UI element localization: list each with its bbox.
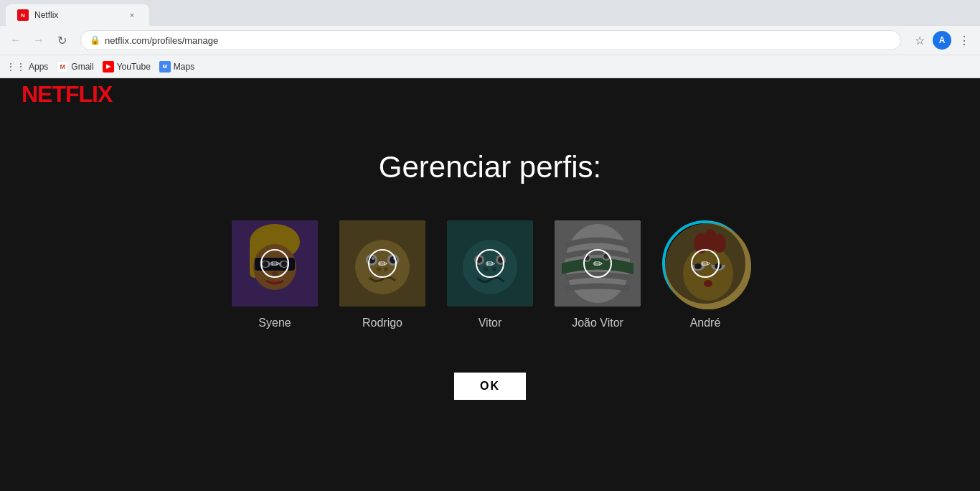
youtube-favicon: ▶	[103, 61, 114, 73]
apps-label: Apps	[29, 62, 48, 72]
maps-label: Maps	[174, 62, 194, 72]
address-bar[interactable]: 🔒 netflix.com/profiles/manage	[80, 30, 901, 50]
edit-overlay-joao: ✏	[555, 220, 641, 307]
browser-chrome: N Netflix × ← → ↻ 🔒 netflix.com/profiles…	[0, 0, 980, 78]
bookmark-star-button[interactable]: ☆	[910, 30, 930, 50]
edit-icon-rodrigo: ✏	[368, 249, 397, 278]
forward-button[interactable]: →	[29, 30, 49, 50]
toolbar: ← → ↻ 🔒 netflix.com/profiles/manage ☆ A …	[0, 26, 980, 55]
tab-title: Netflix	[34, 10, 121, 20]
profile-name-syene: Syene	[258, 317, 291, 329]
profile-item-vitor[interactable]: ✏ Vitor	[447, 220, 533, 329]
profile-name-rodrigo: Rodrigo	[362, 317, 402, 329]
profile-name-joao: João Vitor	[572, 317, 623, 329]
ok-button[interactable]: OK	[454, 373, 526, 400]
bookmarks-bar: ⋮⋮ Apps M Gmail ▶ YouTube M Maps	[0, 55, 980, 78]
manage-profiles-title: Gerenciar perfis:	[379, 150, 601, 184]
reload-button[interactable]: ↻	[52, 30, 72, 50]
bookmark-maps[interactable]: M Maps	[159, 61, 194, 73]
edit-icon-syene: ✏	[260, 249, 289, 278]
edit-icon-andre: ✏	[691, 249, 720, 278]
user-profile-button[interactable]: A	[933, 31, 951, 50]
youtube-label: YouTube	[117, 62, 151, 72]
apps-icon: ⋮⋮	[6, 61, 26, 73]
profile-item-joao-vitor[interactable]: ✏ João Vitor	[555, 220, 641, 329]
profile-avatar-wrapper-vitor: ✏	[447, 220, 533, 307]
profile-avatar-wrapper-rodrigo: ✏	[339, 220, 425, 307]
edit-icon-joao: ✏	[583, 249, 612, 278]
profile-item-rodrigo[interactable]: ✏ Rodrigo	[339, 220, 425, 329]
edit-icon-vitor: ✏	[476, 249, 504, 278]
profile-avatar-wrapper-andre: ✏	[662, 220, 748, 307]
profile-name-andre: André	[690, 317, 721, 329]
tab-bar: N Netflix ×	[0, 0, 980, 26]
profile-item-andre[interactable]: ✏ André	[662, 220, 748, 329]
edit-overlay-andre: ✏	[665, 223, 745, 304]
profiles-container: ✏ Syene	[232, 220, 748, 329]
toolbar-right: ☆ A ⋮	[910, 30, 974, 50]
profile-item-syene[interactable]: ✏ Syene	[232, 220, 318, 329]
url-text: netflix.com/profiles/manage	[105, 35, 218, 46]
back-button[interactable]: ←	[6, 30, 26, 50]
profile-avatar-wrapper-joao: ✏	[555, 220, 641, 307]
gmail-favicon: M	[57, 61, 68, 73]
netflix-page: NETFLIX Gerenciar perfis:	[0, 78, 980, 491]
tab-close-button[interactable]: ×	[126, 9, 138, 21]
maps-favicon: M	[159, 61, 171, 73]
profile-name-vitor: Vitor	[479, 317, 502, 329]
bookmark-youtube[interactable]: ▶ YouTube	[103, 61, 151, 73]
menu-button[interactable]: ⋮	[954, 30, 974, 50]
netflix-logo: NETFLIX	[22, 81, 112, 108]
gmail-label: Gmail	[71, 62, 93, 72]
lock-icon: 🔒	[90, 35, 100, 45]
tab-favicon: N	[17, 9, 29, 21]
bookmark-gmail[interactable]: M Gmail	[57, 61, 93, 73]
netflix-tab[interactable]: N Netflix ×	[6, 4, 149, 26]
bookmark-apps[interactable]: ⋮⋮ Apps	[6, 61, 48, 73]
edit-overlay-syene: ✏	[232, 220, 318, 307]
edit-overlay-vitor: ✏	[447, 220, 533, 307]
edit-overlay-rodrigo: ✏	[339, 220, 425, 307]
profile-avatar-wrapper-syene: ✏	[232, 220, 318, 307]
